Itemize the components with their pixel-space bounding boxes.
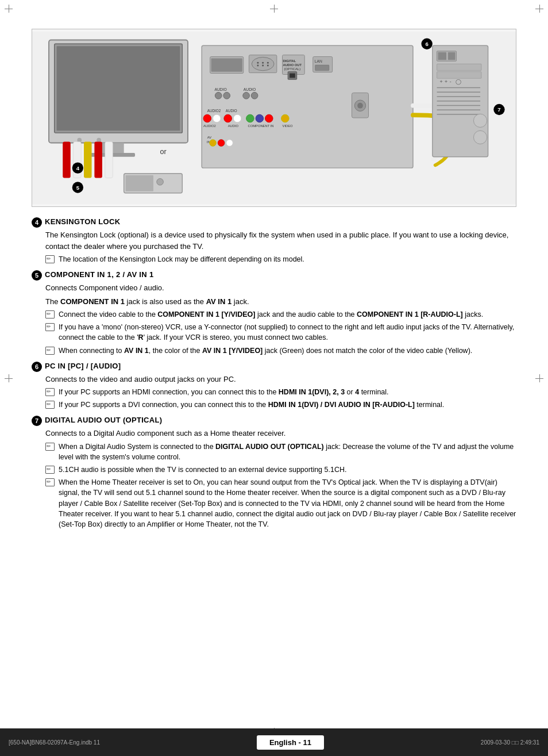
svg-point-21 [267, 62, 269, 64]
diagram-container: or DIGITAL AUDIO OUT (OPTICAL) [32, 29, 516, 207]
note-icon-6 [45, 401, 56, 409]
svg-point-41 [203, 114, 211, 122]
corner-mark-tl [5, 5, 13, 13]
svg-text:-: - [450, 79, 451, 85]
svg-text:AUDIO: AUDIO [214, 87, 226, 91]
svg-point-87 [157, 178, 164, 185]
svg-rect-66 [437, 64, 481, 71]
note-icon-3 [45, 323, 56, 331]
svg-point-61 [357, 103, 363, 109]
svg-text:VIDEO: VIDEO [283, 124, 294, 128]
section-component-header: 5 COMPONENT IN 1, 2 / AV IN 1 [32, 270, 516, 281]
svg-point-18 [252, 57, 274, 71]
bottom-bar: [650-NA]BN68-02097A-Eng.indb 11 English … [0, 728, 548, 756]
svg-point-80 [473, 131, 487, 144]
diagram-svg: or DIGITAL AUDIO OUT (OPTICAL) [32, 29, 516, 206]
svg-rect-10 [84, 142, 92, 178]
svg-text:LAN: LAN [315, 59, 322, 63]
digital-audio-note-3: When the Home Theater receiver is set to… [45, 477, 516, 529]
section-digital-audio-header: 7 DIGITAL AUDIO OUT (OPTICAL) [32, 416, 516, 426]
svg-rect-67 [437, 72, 481, 79]
section-pc-header: 6 PC IN [PC] / [AUDIO] [32, 362, 516, 372]
svg-point-44 [224, 114, 232, 122]
svg-rect-33 [315, 65, 329, 71]
svg-text:4: 4 [76, 165, 80, 171]
svg-point-22 [257, 65, 258, 67]
badge-4: 4 [32, 217, 42, 228]
pc-note-text-1: If your PC supports an HDMI connection, … [59, 387, 516, 397]
pc-note-2: If your PC supports a DVI connection, yo… [45, 400, 516, 410]
component-note-text-3: When connecting to AV IN 1, the color of… [59, 346, 516, 356]
bottom-right-text: 2009-03-30 □□ 2:49:31 [481, 739, 539, 746]
svg-rect-75 [437, 101, 480, 101]
note-icon-7 [45, 443, 56, 451]
svg-text:AUDIO: AUDIO [228, 124, 239, 128]
section-kensington-header: 4 KENSINGTON LOCK [32, 217, 516, 228]
svg-text:6: 6 [425, 41, 429, 47]
svg-text:◯: ◯ [456, 79, 461, 85]
svg-text:AUDIO OUT: AUDIO OUT [283, 63, 302, 67]
svg-rect-64 [438, 52, 447, 60]
note-icon-4 [45, 347, 56, 355]
section-digital-audio-body: Connects to a Digital Audio component su… [32, 428, 516, 529]
svg-text:DIGITAL: DIGITAL [283, 59, 296, 63]
svg-text:AUDIO: AUDIO [226, 109, 237, 113]
section-kensington-title: KENSINGTON LOCK [45, 217, 120, 226]
badge-7: 7 [32, 416, 42, 426]
kensington-note-text-1: The location of the Kensington Lock may … [59, 254, 516, 264]
note-icon-2 [45, 310, 56, 318]
component-note-2: If you have a 'mono' (non-stereo) VCR, u… [45, 322, 516, 343]
badge-5: 5 [32, 270, 42, 281]
svg-point-24 [267, 65, 269, 67]
svg-text:5: 5 [76, 185, 80, 191]
svg-text:+: + [439, 79, 442, 85]
digital-audio-note-text-2: 5.1CH audio is possible when the TV is c… [59, 465, 516, 475]
svg-text:AUDIO: AUDIO [244, 87, 256, 91]
svg-rect-65 [448, 52, 456, 60]
component-body2: The COMPONENT IN 1 jack is also used as … [45, 296, 516, 308]
svg-point-42 [213, 114, 221, 122]
svg-rect-86 [126, 175, 153, 191]
svg-point-19 [257, 62, 258, 64]
left-mid-mark [5, 374, 13, 382]
section-component-title: COMPONENT IN 1, 2 / AV IN 1 [45, 270, 153, 279]
svg-point-45 [233, 114, 241, 122]
svg-point-5 [97, 138, 101, 143]
kensington-note-1: The location of the Kensington Lock may … [45, 254, 516, 264]
svg-rect-16 [211, 58, 242, 71]
svg-text:AUDIO2: AUDIO2 [207, 109, 221, 113]
svg-point-57 [218, 140, 225, 147]
svg-rect-73 [437, 92, 480, 93]
svg-text:COMPONENT IN: COMPONENT IN [248, 124, 274, 128]
page-container: or DIGITAL AUDIO OUT (OPTICAL) [0, 0, 548, 756]
pc-note-text-2: If your PC supports a DVI connection, yo… [59, 400, 516, 410]
svg-rect-78 [437, 114, 480, 114]
section-pc-title: PC IN [PC] / [AUDIO] [45, 362, 121, 370]
svg-point-79 [473, 114, 487, 127]
digital-audio-note-2: 5.1CH audio is possible when the TV is c… [45, 465, 516, 475]
note-icon-1 [45, 255, 56, 263]
svg-rect-74 [437, 96, 480, 97]
svg-text:or: or [160, 148, 167, 156]
svg-point-48 [265, 114, 273, 122]
kensington-body-text: The Kensington Lock (optional) is a devi… [45, 229, 516, 252]
corner-mark-tr [535, 5, 543, 13]
section-kensington-body: The Kensington Lock (optional) is a devi… [32, 229, 516, 264]
note-icon-5 [45, 388, 56, 396]
component-note-text-1: Connect the video cable to the COMPONENT… [59, 309, 516, 320]
note-icon-8 [45, 466, 56, 474]
svg-point-47 [256, 114, 264, 122]
center-top-mark [270, 5, 278, 13]
pc-note-1: If your PC supports an HDMI connection, … [45, 387, 516, 397]
svg-point-20 [262, 62, 264, 64]
svg-point-35 [215, 92, 222, 99]
section-kensington: 4 KENSINGTON LOCK The Kensington Lock (o… [32, 217, 516, 264]
component-note-1: Connect the video cable to the COMPONENT… [45, 309, 516, 320]
section-pc-body: Connects to the video and audio output j… [32, 374, 516, 410]
page-badge: English - 11 [257, 735, 324, 750]
digital-audio-note-text-3: When the Home Theater receiver is set to… [59, 477, 516, 529]
svg-text:AUDIO2: AUDIO2 [203, 124, 216, 128]
content-area: 4 KENSINGTON LOCK The Kensington Lock (o… [23, 217, 525, 529]
svg-point-38 [243, 92, 250, 99]
pc-body: Connects to the video and audio output j… [45, 374, 516, 385]
